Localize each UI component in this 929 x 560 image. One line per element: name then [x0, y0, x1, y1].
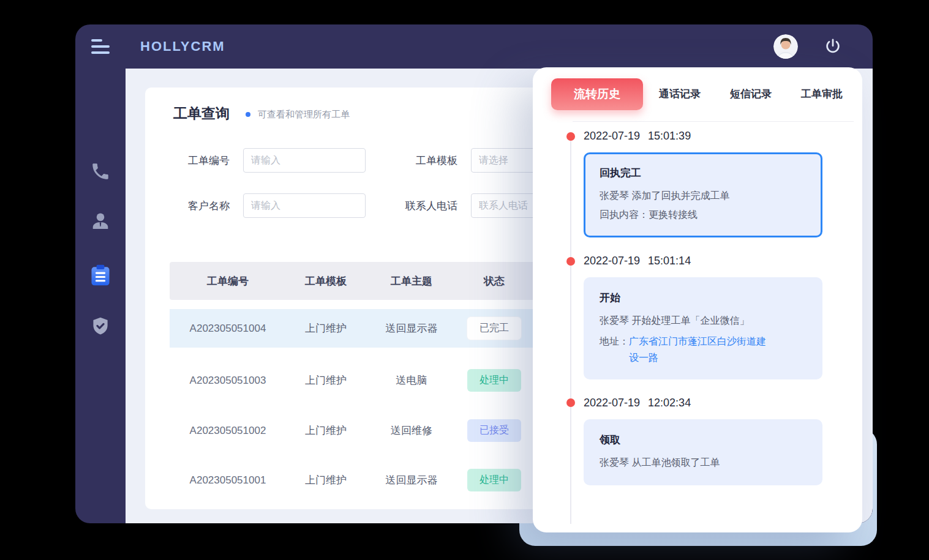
sidebar-item-calls[interactable] — [86, 157, 115, 186]
cell-order-id: A202305051001 — [190, 474, 266, 487]
power-icon[interactable] — [824, 37, 842, 56]
page-title: 工单查询 — [173, 104, 230, 123]
avatar[interactable] — [773, 34, 798, 59]
workorder-detail-panel: 流转历史 通话记录 短信记录 工单审批 2022-07-19 15:01:39 … — [533, 67, 862, 532]
sidebar-item-security[interactable] — [86, 312, 115, 341]
timeline-dot-icon — [566, 398, 575, 407]
cell-template: 上门维护 — [305, 321, 347, 335]
field-label-customer: 客户名称 — [173, 199, 230, 213]
dot-separator-icon — [246, 112, 250, 117]
timeline-entry: 2022-07-19 15:01:39 回执完工 张爱琴 添加了回执并完成工单 … — [566, 130, 842, 237]
cell-subject: 送回显示器 — [386, 473, 438, 487]
cell-order-id: A202305051004 — [190, 323, 266, 335]
timeline-card-line: 张爱琴 开始处理工单「企业微信」 — [600, 311, 807, 330]
contacts-icon — [89, 211, 111, 233]
tab-call-records[interactable]: 通话记录 — [645, 78, 714, 110]
cell-template: 上门维护 — [305, 473, 347, 487]
tab-sms-records[interactable]: 短信记录 — [716, 78, 785, 110]
timeline-card-title: 开始 — [600, 291, 807, 305]
address-link[interactable]: 广东省江门市蓬江区白沙街道建设一路 — [629, 333, 775, 366]
timeline-timestamp: 2022-07-19 15:01:39 — [584, 130, 691, 143]
status-badge: 已接受 — [467, 419, 521, 442]
cell-template: 上门维护 — [305, 373, 347, 387]
cell-subject: 送回显示器 — [386, 321, 438, 335]
sidebar-nav — [75, 69, 126, 523]
customer-name-input[interactable] — [243, 193, 366, 218]
cell-order-id: A202305051003 — [190, 375, 266, 387]
col-header-status: 状态 — [484, 274, 505, 288]
app-brand: HOLLYCRM — [140, 39, 225, 54]
status-badge: 处理中 — [467, 369, 521, 392]
sidebar-item-contacts[interactable] — [86, 207, 115, 236]
cell-subject: 送回维修 — [391, 424, 432, 438]
cell-order-id: A202305051002 — [190, 425, 266, 437]
order-id-input[interactable] — [243, 148, 366, 173]
col-header-subject: 工单主题 — [391, 274, 432, 288]
workorder-clipboard-icon — [88, 263, 113, 288]
timeline-entry-header: 2022-07-19 12:02:34 — [566, 397, 842, 409]
field-label-order-id: 工单编号 — [173, 154, 230, 168]
timeline-card-title: 领取 — [600, 433, 807, 447]
tabs-divider — [573, 121, 854, 122]
timeline-dot-icon — [566, 257, 575, 266]
top-bar: HOLLYCRM — [75, 24, 873, 69]
status-badge: 处理中 — [467, 469, 521, 491]
timeline-entry-header: 2022-07-19 15:01:14 — [566, 255, 842, 267]
page-header: 工单查询 可查看和管理所有工单 — [173, 104, 350, 123]
panel-tabs: 流转历史 通话记录 短信记录 工单审批 — [551, 78, 856, 110]
sidebar-item-workorders[interactable] — [86, 261, 115, 290]
col-header-template: 工单模板 — [305, 274, 347, 288]
security-shield-icon — [90, 316, 111, 337]
tab-circulation-history[interactable]: 流转历史 — [551, 78, 643, 110]
timeline-entry: 2022-07-19 15:01:14 开始 张爱琴 开始处理工单「企业微信」 … — [566, 255, 842, 379]
timeline-entry: 2022-07-19 12:02:34 领取 张爱琴 从工单池领取了工单 — [566, 397, 842, 485]
address-row: 地址： 广东省江门市蓬江区白沙街道建设一路 — [600, 333, 807, 366]
timeline-timestamp: 2022-07-19 15:01:14 — [584, 255, 691, 267]
timeline-entry-header: 2022-07-19 15:01:39 — [566, 130, 842, 143]
timeline-card-line: 回执内容：更换转接线 — [600, 205, 807, 224]
timeline-card-title: 回执完工 — [600, 166, 807, 180]
timeline-card-claim[interactable]: 领取 张爱琴 从工单池领取了工单 — [584, 419, 822, 485]
field-label-contact-phone: 联系人电话 — [390, 199, 457, 213]
page-subtitle: 可查看和管理所有工单 — [258, 109, 350, 121]
screenshot-canvas: HOLLYCRM — [0, 0, 929, 560]
timeline-card-receipt-complete[interactable]: 回执完工 张爱琴 添加了回执并完成工单 回执内容：更换转接线 — [584, 152, 822, 237]
menu-icon[interactable] — [75, 39, 126, 54]
status-badge: 已完工 — [467, 317, 521, 340]
timeline-timestamp: 2022-07-19 12:02:34 — [584, 397, 691, 409]
timeline-card-line: 张爱琴 添加了回执并完成工单 — [600, 186, 807, 205]
col-header-order-id: 工单编号 — [207, 274, 249, 288]
tab-workorder-approval[interactable]: 工单审批 — [788, 78, 856, 110]
cell-template: 上门维护 — [305, 424, 347, 438]
timeline-card-start[interactable]: 开始 张爱琴 开始处理工单「企业微信」 地址： 广东省江门市蓬江区白沙街道建设一… — [584, 277, 822, 379]
field-label-template: 工单模板 — [390, 154, 457, 168]
circulation-timeline: 2022-07-19 15:01:39 回执完工 张爱琴 添加了回执并完成工单 … — [566, 130, 842, 524]
cell-subject: 送电脑 — [396, 373, 427, 387]
phone-icon — [90, 161, 111, 182]
address-label: 地址： — [600, 333, 629, 366]
timeline-card-line: 张爱琴 从工单池领取了工单 — [600, 453, 807, 472]
timeline-dot-icon — [566, 132, 575, 141]
